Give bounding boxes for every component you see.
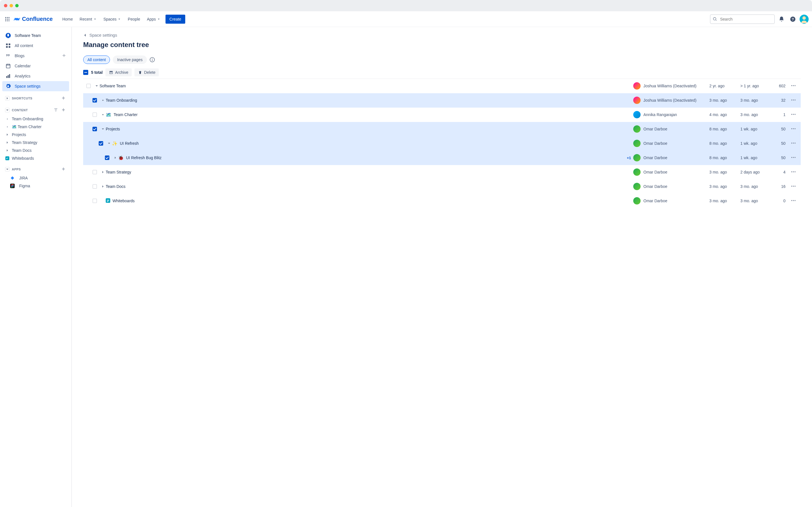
tree-item-whiteboards[interactable]: Whiteboards — [2, 154, 69, 162]
filter-inactive-pages[interactable]: Inactive pages — [113, 55, 147, 64]
row-actions-menu[interactable] — [788, 97, 799, 104]
nav-home[interactable]: Home — [59, 15, 75, 23]
row-title-cell[interactable]: ✨UI Refresh — [112, 141, 633, 146]
sidebar-item-all-content[interactable]: All content — [2, 41, 69, 51]
expand-toggle[interactable] — [100, 185, 106, 188]
filter-all-content[interactable]: All content — [83, 55, 110, 64]
sidebar-section-apps[interactable]: APPS — [2, 165, 69, 174]
minimize-window-icon[interactable] — [10, 4, 13, 7]
tree-item-projects[interactable]: Projects — [2, 131, 69, 138]
row-checkbox[interactable] — [93, 170, 97, 174]
app-switcher-icon[interactable] — [3, 15, 11, 23]
search-input[interactable] — [710, 14, 775, 24]
row-author[interactable]: Omar Darboe — [633, 140, 709, 147]
brand-logo[interactable]: Confluence — [13, 16, 53, 22]
tree-item-team-strategy[interactable]: Team Strategy — [2, 138, 69, 147]
plus-icon[interactable] — [61, 107, 66, 113]
sidebar-item-blogs[interactable]: Blogs — [2, 51, 69, 61]
row-actions-menu[interactable] — [788, 183, 799, 190]
row-actions-menu[interactable] — [788, 126, 799, 132]
create-button[interactable]: Create — [165, 15, 185, 24]
row-title-cell[interactable]: Whiteboards — [106, 198, 633, 204]
row-checkbox[interactable] — [93, 127, 97, 131]
sidebar-section-content[interactable]: CONTENT — [2, 105, 69, 115]
row-title-cell[interactable]: Team Docs — [106, 184, 633, 189]
app-item-jira[interactable]: JIRA — [2, 174, 69, 182]
info-icon[interactable] — [150, 57, 155, 62]
table-row[interactable]: 🐞UI Refresh Bug Blitz+1Omar Darboe8 mo. … — [83, 151, 801, 165]
row-checkbox[interactable] — [93, 98, 97, 103]
avatar[interactable] — [800, 15, 809, 24]
row-title-cell[interactable]: Projects — [106, 127, 633, 131]
tree-item-team-onboarding[interactable]: •Team Onboarding — [2, 115, 69, 123]
row-title-cell[interactable]: Team Onboarding — [106, 98, 633, 103]
table-row[interactable]: ✨UI RefreshOmar Darboe8 mo. ago1 wk. ago… — [83, 136, 801, 151]
plus-icon[interactable] — [62, 53, 66, 59]
select-indicator-icon[interactable] — [83, 70, 88, 75]
row-actions-menu[interactable] — [788, 83, 799, 89]
sidebar-item-space-settings[interactable]: Space settings — [2, 81, 69, 91]
nav-spaces[interactable]: Spaces — [101, 15, 124, 23]
row-checkbox[interactable] — [105, 156, 109, 160]
tree-item-team-charter[interactable]: •🗺️ Team Charter — [2, 123, 69, 131]
notifications-icon[interactable] — [777, 15, 786, 24]
row-title-cell[interactable]: 🐞UI Refresh Bug Blitz — [118, 155, 627, 161]
expand-toggle[interactable] — [100, 170, 106, 174]
expand-toggle[interactable] — [100, 100, 106, 101]
sidebar-item-calendar[interactable]: Calendar — [2, 61, 69, 71]
table-row[interactable]: Software TeamJoshua Williams (Deactivate… — [83, 79, 801, 93]
close-window-icon[interactable] — [4, 4, 7, 7]
row-checkbox[interactable] — [93, 199, 97, 203]
expand-toggle[interactable] — [100, 127, 106, 131]
expand-toggle[interactable] — [94, 84, 100, 88]
chevron-down-icon — [157, 17, 160, 21]
help-icon[interactable]: ? — [788, 15, 797, 24]
table-row[interactable]: Team DocsOmar Darboe3 mo. ago3 mo. ago16 — [83, 179, 801, 194]
row-checkbox[interactable] — [93, 184, 97, 189]
row-actions-menu[interactable] — [788, 155, 799, 161]
row-author[interactable]: Omar Darboe — [633, 183, 709, 190]
sidebar-item-analytics[interactable]: Analytics — [2, 71, 69, 81]
archive-button[interactable]: Archive — [105, 68, 132, 76]
row-title-cell[interactable]: Software Team — [100, 83, 633, 88]
row-checkbox[interactable] — [93, 112, 97, 117]
row-actions-menu[interactable] — [788, 112, 799, 118]
nav-apps[interactable]: Apps — [144, 15, 163, 23]
expand-toggle[interactable] — [106, 142, 112, 145]
row-author[interactable]: Omar Darboe — [633, 154, 709, 161]
expand-toggle[interactable] — [112, 156, 118, 159]
table-row[interactable]: Team OnboardingJoshua Williams (Deactiva… — [83, 93, 801, 108]
filter-icon[interactable] — [53, 107, 58, 113]
table-row[interactable]: WhiteboardsOmar Darboe3 mo. ago3 mo. ago… — [83, 194, 801, 208]
table-row[interactable]: Team StrategyOmar Darboe3 mo. ago2 days … — [83, 165, 801, 179]
tree-item-team-docs[interactable]: Team Docs — [2, 147, 69, 154]
row-title-cell[interactable]: Team Strategy — [106, 170, 633, 174]
row-author[interactable]: Joshua Williams (Deactivated) — [633, 82, 709, 90]
table-row[interactable]: 🗺️Team CharterAnnika Rangarajan4 mo. ago… — [83, 108, 801, 122]
row-checkbox[interactable] — [99, 141, 103, 146]
row-author[interactable]: Joshua Williams (Deactivated) — [633, 97, 709, 104]
breadcrumb-back[interactable]: Space settings — [83, 33, 801, 38]
plus-icon[interactable] — [61, 166, 66, 172]
row-author[interactable]: Omar Darboe — [633, 125, 709, 133]
sidebar-space-header[interactable]: Software Team — [2, 31, 69, 41]
sidebar-section-shortcuts[interactable]: SHORTCUTS — [2, 94, 69, 103]
plus-badge[interactable]: +1 — [627, 156, 631, 160]
delete-button[interactable]: Delete — [135, 68, 159, 76]
row-author[interactable]: Omar Darboe — [633, 197, 709, 205]
row-actions-menu[interactable] — [788, 140, 799, 147]
table-row[interactable]: ProjectsOmar Darboe8 mo. ago1 wk. ago50 — [83, 122, 801, 136]
plus-icon[interactable] — [61, 95, 66, 101]
row-actions-menu[interactable] — [788, 169, 799, 175]
row-author[interactable]: Annika Rangarajan — [633, 111, 709, 118]
expand-toggle[interactable] — [100, 114, 106, 115]
row-actions-menu[interactable] — [788, 198, 799, 204]
nav-people[interactable]: People — [125, 15, 143, 23]
row-author[interactable]: Omar Darboe — [633, 168, 709, 176]
row-checkbox[interactable] — [86, 83, 91, 88]
svg-rect-18 — [6, 64, 10, 68]
row-title-cell[interactable]: 🗺️Team Charter — [106, 112, 633, 117]
app-item-figma[interactable]: Figma — [2, 182, 69, 190]
nav-recent[interactable]: Recent — [77, 15, 99, 23]
maximize-window-icon[interactable] — [15, 4, 18, 7]
